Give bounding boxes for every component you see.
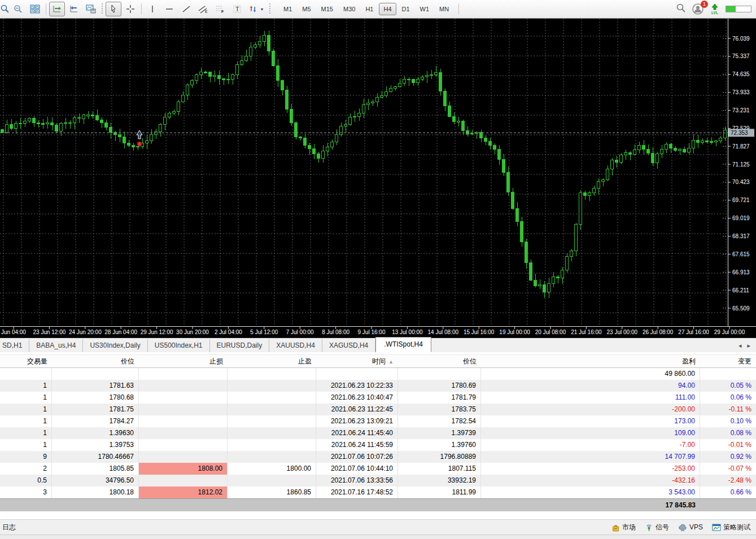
cell-current_price: 1.39739 bbox=[398, 427, 481, 439]
crosshair-button[interactable] bbox=[123, 2, 138, 16]
table-row-balance[interactable]: 49 860.00 bbox=[0, 368, 756, 380]
timeframe-m5[interactable]: M5 bbox=[298, 3, 315, 15]
column-header-tp[interactable]: 止盈 bbox=[228, 355, 316, 367]
chart-tab-sd-h1[interactable]: SD,H1 bbox=[0, 339, 29, 352]
chart-tab-us30index-daily[interactable]: US30Index,Daily bbox=[83, 339, 147, 352]
notification-badge[interactable]: 1 bbox=[701, 1, 708, 8]
table-row[interactable]: 11781.752021.06.23 11:22:451783.75-200.0… bbox=[0, 404, 756, 415]
arrows-tool-icon[interactable]: ▾ bbox=[246, 2, 266, 16]
cell-tp bbox=[228, 415, 316, 427]
timeframe-mn[interactable]: MN bbox=[435, 3, 453, 15]
levels-icon[interactable]: LVL bbox=[710, 3, 720, 15]
auto-scroll-button[interactable] bbox=[49, 2, 65, 16]
cell-current_price: 1780.69 bbox=[398, 380, 481, 392]
cell-current_price: 1807.115 bbox=[398, 463, 481, 475]
journal-tab[interactable]: 日志 bbox=[0, 523, 23, 532]
cell-sl: 1812.02 bbox=[139, 487, 228, 498]
search-icon[interactable] bbox=[676, 3, 686, 15]
cell-current_price: 1781.79 bbox=[398, 392, 481, 404]
cell-tp bbox=[228, 368, 316, 380]
tile-windows-icon[interactable] bbox=[27, 2, 43, 16]
time-axis-label: 7 Jul 00:00 bbox=[286, 329, 314, 335]
timeframe-m15[interactable]: M15 bbox=[317, 3, 338, 15]
column-header-price[interactable]: 价位 bbox=[52, 355, 139, 367]
table-row[interactable]: 91780.466672021.07.06 10:07:261796.80889… bbox=[0, 451, 756, 463]
cell-sl bbox=[139, 475, 228, 487]
column-header-sl[interactable]: 止损 bbox=[139, 355, 228, 367]
timeframe-h4[interactable]: H4 bbox=[379, 3, 396, 15]
cell-volume: 1 bbox=[0, 392, 52, 404]
zoom-in-icon[interactable] bbox=[0, 2, 9, 16]
summary-sl bbox=[139, 499, 228, 511]
account-icon[interactable]: 1 bbox=[692, 3, 704, 15]
market-button[interactable]: 市场 bbox=[611, 523, 636, 532]
text-tool-icon[interactable]: T bbox=[229, 2, 245, 16]
chart-tab-xagusd-h4[interactable]: XAGUSD,H4 bbox=[322, 339, 375, 352]
column-header-profit[interactable]: 盈利 bbox=[481, 355, 700, 367]
table-row[interactable]: 11784.272021.06.23 13:09:211782.54173.00… bbox=[0, 415, 756, 427]
fibonacci-icon[interactable]: F bbox=[212, 2, 228, 16]
toolbar-separator bbox=[141, 3, 142, 15]
cell-sl bbox=[139, 451, 228, 463]
tab-next-icon[interactable]: ▸ bbox=[747, 342, 750, 349]
zoom-out-icon[interactable] bbox=[10, 2, 26, 16]
timeframe-d1[interactable]: D1 bbox=[397, 3, 414, 15]
time-axis-label: 28 Jun 04:00 bbox=[104, 329, 137, 335]
chart-tab-eurusd-daily[interactable]: EURUSD,Daily bbox=[210, 339, 270, 352]
chart-shift-button[interactable] bbox=[66, 2, 82, 16]
cursor-button[interactable] bbox=[106, 2, 121, 16]
cell-time: 2021.07.06 13:33:56 bbox=[316, 475, 398, 487]
tester-button[interactable]: 策略测试 bbox=[712, 523, 750, 532]
timeframe-w1[interactable]: W1 bbox=[416, 3, 434, 15]
cell-time: 2021.07.06 10:44:10 bbox=[316, 463, 398, 475]
column-header-time[interactable]: 时间▲ bbox=[316, 355, 398, 367]
column-header-change[interactable]: 变更 bbox=[700, 355, 756, 367]
cell-change: 0.06 % bbox=[700, 392, 756, 404]
equidistant-channel-icon[interactable]: E bbox=[195, 2, 211, 16]
column-header-current_price[interactable]: 价位 bbox=[398, 355, 481, 367]
cell-tp bbox=[228, 439, 316, 451]
cell-price: 1805.85 bbox=[52, 463, 139, 475]
time-axis-label: 20 Jul 08:00 bbox=[535, 329, 566, 335]
chart-tab-us500index-h1[interactable]: US500Index,H1 bbox=[148, 339, 210, 352]
templates-icon[interactable] bbox=[83, 2, 99, 16]
vps-button[interactable]: VPS bbox=[678, 523, 703, 532]
timeframe-h1[interactable]: H1 bbox=[361, 3, 378, 15]
summary-change bbox=[700, 499, 756, 511]
table-row[interactable]: 31800.181812.021860.852021.07.16 17:48:5… bbox=[0, 487, 756, 498]
time-axis-label: 9 Jul 16:00 bbox=[358, 329, 386, 335]
cell-price: 1.39630 bbox=[52, 427, 139, 439]
price-axis-label: 69.721 bbox=[732, 197, 750, 203]
cell-tp bbox=[228, 427, 316, 439]
price-axis-label: 73.933 bbox=[732, 89, 750, 95]
table-row[interactable]: 11781.632021.06.23 10:22:331780.6994.000… bbox=[0, 380, 756, 392]
vertical-line-icon[interactable] bbox=[145, 2, 160, 16]
timeframe-m1[interactable]: M1 bbox=[279, 3, 296, 15]
cell-price: 1784.27 bbox=[52, 415, 139, 427]
dropdown-caret-icon[interactable]: ▾ bbox=[261, 7, 263, 12]
summary-volume bbox=[0, 499, 52, 511]
antenna-icon bbox=[645, 523, 653, 532]
table-row[interactable]: 0.534796.502021.07.06 13:33:5633932.19-4… bbox=[0, 475, 756, 487]
trend-line-icon[interactable] bbox=[178, 2, 194, 16]
table-row[interactable]: 11.397532021.06.24 11:45:591.39760-7.00-… bbox=[0, 439, 756, 451]
trade-close-marker bbox=[137, 142, 142, 146]
cell-time: 2021.06.24 11:45:40 bbox=[316, 427, 398, 439]
horizontal-line-icon[interactable] bbox=[161, 2, 177, 16]
time-axis-label: 5 Jul 12:00 bbox=[250, 329, 278, 335]
column-header-volume[interactable]: 交易量 bbox=[0, 355, 52, 367]
sort-asc-icon: ▲ bbox=[388, 359, 394, 365]
chart-tab--wtispot-h4[interactable]: .WTISpot,H4 bbox=[375, 337, 431, 352]
cell-current_price: 1783.75 bbox=[398, 404, 481, 415]
signal-button[interactable]: 信号 bbox=[645, 523, 669, 532]
table-row[interactable]: 11780.682021.06.23 10:40:471781.79111.00… bbox=[0, 392, 756, 404]
candlestick-chart[interactable]: 76.03975.33774.63573.93373.23172.52971.8… bbox=[0, 19, 756, 338]
cell-tp bbox=[228, 392, 316, 404]
table-row[interactable]: 21805.851808.001800.002021.07.06 10:44:1… bbox=[0, 463, 756, 475]
chart-tab-xauusd-h4[interactable]: XAUUSD,H4 bbox=[269, 339, 322, 352]
timeframe-m30[interactable]: M30 bbox=[339, 3, 360, 15]
chart-tab-baba-us-h4[interactable]: BABA_us,H4 bbox=[29, 339, 83, 352]
main-toolbar: E F T ▾ M1M5M15M30H1H4D1W1MN 1 LVL bbox=[0, 0, 756, 19]
tab-prev-icon[interactable]: ◂ bbox=[738, 342, 742, 349]
table-row[interactable]: 11.396302021.06.24 11:45:401.39739109.00… bbox=[0, 427, 756, 439]
